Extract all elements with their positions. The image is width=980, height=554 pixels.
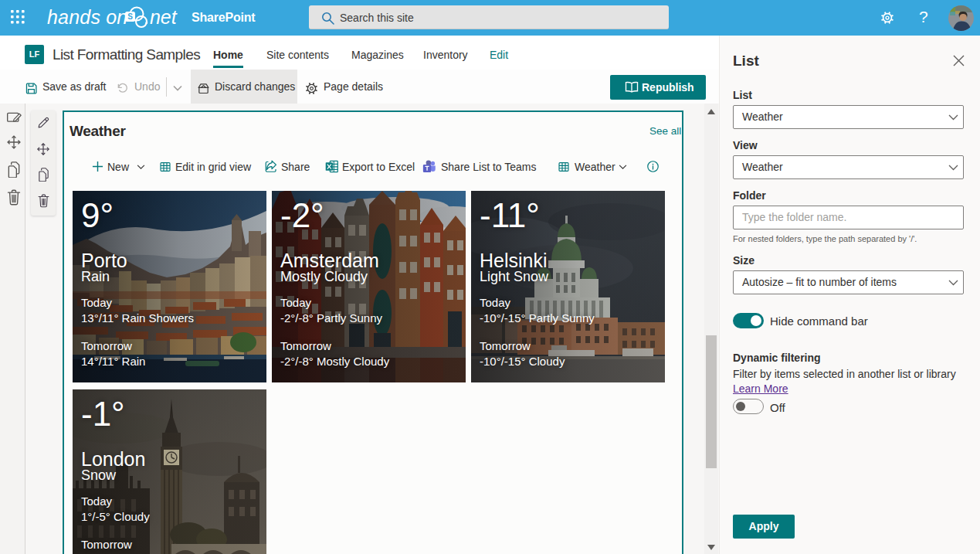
svg-text:S: S: [127, 12, 133, 21]
